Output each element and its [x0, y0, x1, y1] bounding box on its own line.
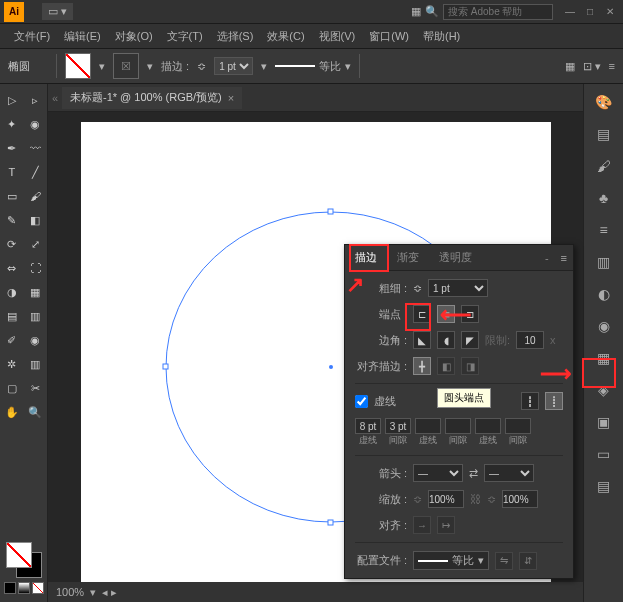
gap-2[interactable]: [445, 418, 471, 434]
curvature-tool[interactable]: 〰: [25, 138, 45, 158]
menu-edit[interactable]: 编辑(E): [58, 27, 107, 46]
flip-x[interactable]: ⇋: [495, 552, 513, 570]
stroke-swatch[interactable]: ☒: [113, 53, 139, 79]
appearance-icon[interactable]: ◉: [592, 314, 616, 338]
none-mode[interactable]: [32, 582, 44, 594]
maximize-button[interactable]: □: [581, 6, 599, 18]
stroke-dropdown[interactable]: ▾: [147, 60, 153, 73]
layers-icon[interactable]: ◈: [592, 378, 616, 402]
panel-collapse[interactable]: -: [539, 252, 555, 264]
gradient-tool[interactable]: ▥: [25, 306, 45, 326]
menu-object[interactable]: 对象(O): [109, 27, 159, 46]
tab-transparency[interactable]: 透明度: [429, 245, 482, 271]
cap-butt[interactable]: ⊏: [413, 305, 431, 323]
stroke-weight-select[interactable]: 1 pt: [214, 57, 253, 75]
flip-y[interactable]: ⇵: [519, 552, 537, 570]
menu-effect[interactable]: 效果(C): [261, 27, 310, 46]
type-tool[interactable]: T: [2, 162, 22, 182]
assets-icon[interactable]: ▣: [592, 410, 616, 434]
tab-prev[interactable]: «: [48, 92, 62, 104]
align-outside[interactable]: ◨: [461, 357, 479, 375]
eyedropper[interactable]: ✐: [2, 330, 22, 350]
minimize-button[interactable]: —: [561, 6, 579, 18]
menu-view[interactable]: 视图(V): [313, 27, 362, 46]
color-mode[interactable]: [4, 582, 16, 594]
hand-tool[interactable]: ✋: [2, 402, 22, 422]
align-icon[interactable]: ▦: [565, 60, 575, 73]
color-panel-icon[interactable]: 🎨: [592, 90, 616, 114]
dash-align[interactable]: ┋: [545, 392, 563, 410]
align-center[interactable]: ╋: [413, 357, 431, 375]
corner-miter[interactable]: ◣: [413, 331, 431, 349]
shaper-tool[interactable]: ✎: [2, 210, 22, 230]
brush-tool[interactable]: 🖌: [25, 186, 45, 206]
blend-tool[interactable]: ◉: [25, 330, 45, 350]
weight-select[interactable]: 1 pt: [428, 279, 488, 297]
document-tab[interactable]: 未标题-1* @ 100% (RGB/预览) ×: [62, 87, 242, 109]
profile-select[interactable]: 等比▾: [413, 551, 489, 570]
slice-tool[interactable]: ✂: [25, 378, 45, 398]
perspective-tool[interactable]: ▦: [25, 282, 45, 302]
fill-dropdown[interactable]: ▾: [99, 60, 105, 73]
weight-stepper[interactable]: ≎: [413, 282, 422, 295]
menu-type[interactable]: 文字(T): [161, 27, 209, 46]
arrow-end[interactable]: —: [484, 464, 534, 482]
rectangle-tool[interactable]: ▭: [2, 186, 22, 206]
mesh-tool[interactable]: ▤: [2, 306, 22, 326]
align-inside[interactable]: ◧: [437, 357, 455, 375]
gradient-mode[interactable]: [18, 582, 30, 594]
dash-1[interactable]: [355, 418, 381, 434]
menu-help[interactable]: 帮助(H): [417, 27, 466, 46]
width-tool[interactable]: ⇔: [2, 258, 22, 278]
scale-tool[interactable]: ⤢: [25, 234, 45, 254]
zoom-level[interactable]: 100%: [56, 586, 84, 598]
pen-tool[interactable]: ✒: [2, 138, 22, 158]
preferences-icon[interactable]: ≡: [609, 60, 615, 72]
stroke-panel[interactable]: 描边 渐变 透明度 - ≡ 粗细 : ≎ 1 pt 端点 : ⊏ ⊂ ⊐ 圆头端…: [344, 244, 574, 579]
zoom-dropdown[interactable]: ▾: [90, 586, 96, 599]
panel-menu[interactable]: ≡: [555, 252, 573, 264]
symbols-icon[interactable]: ♣: [592, 186, 616, 210]
lasso-tool[interactable]: ◉: [25, 114, 45, 134]
artboard-tool[interactable]: ▢: [2, 378, 22, 398]
libraries-icon[interactable]: ▤: [592, 474, 616, 498]
stroke-panel-icon[interactable]: ≡: [592, 218, 616, 242]
swap-arrows[interactable]: ⇄: [469, 467, 478, 480]
corner-round[interactable]: ◖: [437, 331, 455, 349]
brushes-icon[interactable]: 🖌: [592, 154, 616, 178]
stroke-weight-dropdown[interactable]: ▾: [261, 60, 267, 73]
shape-builder[interactable]: ◑: [2, 282, 22, 302]
dash-2[interactable]: [415, 418, 441, 434]
rotate-tool[interactable]: ⟳: [2, 234, 22, 254]
wand-tool[interactable]: ✦: [2, 114, 22, 134]
free-transform[interactable]: ⛶: [25, 258, 45, 278]
tab-stroke[interactable]: 描边: [345, 245, 387, 271]
fill-swatch[interactable]: [65, 53, 91, 79]
dash-3[interactable]: [475, 418, 501, 434]
search-input[interactable]: [443, 4, 553, 20]
graphic-styles-icon[interactable]: ▦: [592, 346, 616, 370]
variable-width-profile[interactable]: 等比▾: [275, 59, 351, 74]
dash-preserve[interactable]: ┇: [521, 392, 539, 410]
fill-stroke-swatch[interactable]: [6, 542, 42, 578]
tab-gradient[interactable]: 渐变: [387, 245, 429, 271]
gap-1[interactable]: [385, 418, 411, 434]
line-tool[interactable]: ╱: [25, 162, 45, 182]
close-tab-icon[interactable]: ×: [228, 92, 234, 104]
graph-tool[interactable]: ▥: [25, 354, 45, 374]
transparency-icon[interactable]: ◐: [592, 282, 616, 306]
corner-limit[interactable]: [516, 331, 544, 349]
essentials-dropdown[interactable]: ▭ ▾: [42, 3, 73, 20]
menu-select[interactable]: 选择(S): [211, 27, 260, 46]
swatches-icon[interactable]: ▤: [592, 122, 616, 146]
menu-window[interactable]: 窗口(W): [363, 27, 415, 46]
dashed-checkbox[interactable]: [355, 395, 368, 408]
shape-icon[interactable]: ⊡ ▾: [583, 60, 601, 73]
artboards-icon[interactable]: ▭: [592, 442, 616, 466]
gradient-panel-icon[interactable]: ▥: [592, 250, 616, 274]
menu-file[interactable]: 文件(F): [8, 27, 56, 46]
zoom-tool[interactable]: 🔍: [25, 402, 45, 422]
stroke-weight-stepper[interactable]: ≎: [197, 60, 206, 73]
direct-select-tool[interactable]: ▹: [25, 90, 45, 110]
close-button[interactable]: ✕: [601, 6, 619, 18]
